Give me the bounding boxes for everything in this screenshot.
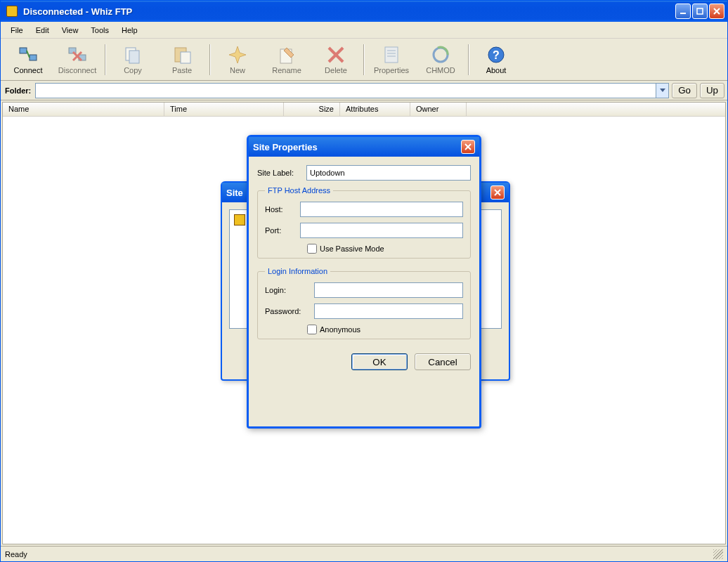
new-label: New — [230, 66, 245, 74]
paste-icon — [172, 45, 192, 65]
connect-button[interactable]: Connect — [4, 40, 53, 79]
folderbar: Folder: Go Up — [1, 81, 727, 100]
site-properties-titlebar: Site Properties — [249, 137, 479, 157]
login-label: Login: — [265, 286, 314, 294]
passive-checkbox[interactable] — [307, 244, 317, 254]
toolbar: Connect Disconnect Copy Paste New — [1, 39, 727, 81]
col-name[interactable]: Name — [3, 103, 164, 116]
password-input[interactable] — [314, 303, 463, 319]
svg-rect-0 — [680, 13, 686, 14]
chmod-label: CHMOD — [426, 66, 455, 74]
about-button[interactable]: ? About — [472, 40, 521, 79]
new-button[interactable]: New — [213, 40, 262, 79]
app-icon — [6, 6, 18, 17]
password-label: Password: — [265, 307, 314, 315]
menubar: File Edit View Tools Help — [1, 22, 727, 39]
svg-rect-20 — [385, 47, 398, 63]
svg-marker-27 — [660, 89, 665, 92]
anonymous-label: Anonymous — [320, 325, 360, 334]
status-text: Ready — [5, 550, 27, 558]
copy-button[interactable]: Copy — [108, 40, 157, 79]
connect-icon — [18, 45, 38, 65]
properties-label: Properties — [374, 66, 409, 74]
delete-label: Delete — [325, 66, 347, 74]
col-time[interactable]: Time — [164, 103, 284, 116]
delete-button[interactable]: Delete — [311, 40, 360, 79]
rename-icon — [277, 45, 297, 65]
connect-label: Connect — [14, 66, 43, 74]
paste-label: Paste — [172, 66, 192, 74]
folder-combo[interactable] — [35, 83, 669, 98]
port-label: Port: — [265, 226, 300, 235]
menu-tools[interactable]: Tools — [85, 24, 115, 37]
anonymous-checkbox[interactable] — [307, 325, 317, 334]
folder-label: Folder: — [4, 86, 32, 95]
site-properties-title: Site Properties — [253, 142, 461, 152]
properties-button[interactable]: Properties — [367, 40, 416, 79]
ftp-host-group: FTP Host Address Host: Port: Use Passive… — [257, 186, 471, 259]
port-input[interactable] — [300, 223, 463, 238]
site-manager-close-button[interactable] — [490, 185, 505, 200]
close-button[interactable] — [709, 4, 724, 19]
list-header: Name Time Size Attributes Owner — [3, 103, 725, 117]
svg-rect-5 — [30, 55, 37, 60]
toolbar-separator — [209, 44, 210, 75]
statusbar: Ready — [1, 546, 727, 561]
host-input[interactable] — [300, 202, 463, 217]
disconnect-label: Disconnect — [58, 66, 96, 74]
host-label: Host: — [265, 205, 300, 214]
svg-rect-4 — [20, 48, 27, 53]
site-label-input[interactable] — [306, 165, 471, 181]
dropdown-icon[interactable] — [656, 84, 668, 98]
svg-rect-1 — [697, 8, 703, 14]
toolbar-separator — [105, 44, 105, 75]
go-button[interactable]: Go — [672, 83, 697, 98]
rename-button[interactable]: Rename — [262, 40, 311, 79]
col-owner[interactable]: Owner — [410, 103, 467, 116]
site-properties-dialog: Site Properties Site Label: FTP Host Add… — [247, 135, 481, 429]
copy-label: Copy — [124, 66, 142, 74]
about-label: About — [486, 66, 507, 74]
toolbar-separator — [468, 44, 469, 75]
svg-text:?: ? — [493, 49, 500, 61]
properties-icon — [382, 45, 401, 65]
paste-button[interactable]: Paste — [157, 40, 207, 79]
ftp-host-legend: FTP Host Address — [265, 186, 333, 195]
login-info-group: Login Information Login: Password: Anony… — [257, 267, 471, 339]
login-input[interactable] — [314, 282, 463, 298]
disconnect-icon — [67, 45, 87, 65]
minimize-button[interactable] — [675, 4, 691, 19]
svg-rect-12 — [129, 51, 139, 63]
svg-line-6 — [27, 51, 30, 58]
menu-view[interactable]: View — [56, 24, 84, 37]
titlebar: Disconnected - Whiz FTP — [1, 1, 727, 22]
disconnect-button[interactable]: Disconnect — [53, 40, 102, 79]
menu-help[interactable]: Help — [116, 24, 143, 37]
window-title: Disconnected - Whiz FTP — [20, 6, 675, 17]
toolbar-separator — [363, 44, 364, 75]
cancel-button[interactable]: Cancel — [415, 353, 471, 370]
passive-label: Use Passive Mode — [320, 244, 384, 253]
ok-button[interactable]: OK — [351, 353, 408, 370]
delete-icon — [326, 45, 346, 65]
maximize-button[interactable] — [692, 4, 708, 19]
new-icon — [228, 45, 247, 65]
login-info-legend: Login Information — [265, 267, 330, 275]
up-button[interactable]: Up — [700, 83, 724, 98]
chmod-button[interactable]: CHMOD — [416, 40, 465, 79]
copy-icon — [123, 45, 143, 65]
menu-edit[interactable]: Edit — [30, 24, 55, 37]
col-attributes[interactable]: Attributes — [340, 103, 410, 116]
site-icon — [234, 214, 245, 226]
menu-file[interactable]: File — [5, 24, 29, 37]
resize-grip-icon[interactable] — [713, 549, 723, 559]
svg-marker-15 — [229, 46, 246, 63]
about-icon: ? — [486, 45, 506, 65]
rename-label: Rename — [272, 66, 301, 74]
svg-rect-14 — [181, 52, 190, 63]
site-properties-close-button[interactable] — [461, 140, 475, 154]
site-label-label: Site Label: — [257, 169, 306, 177]
col-size[interactable]: Size — [284, 103, 340, 116]
chmod-icon — [431, 45, 450, 65]
